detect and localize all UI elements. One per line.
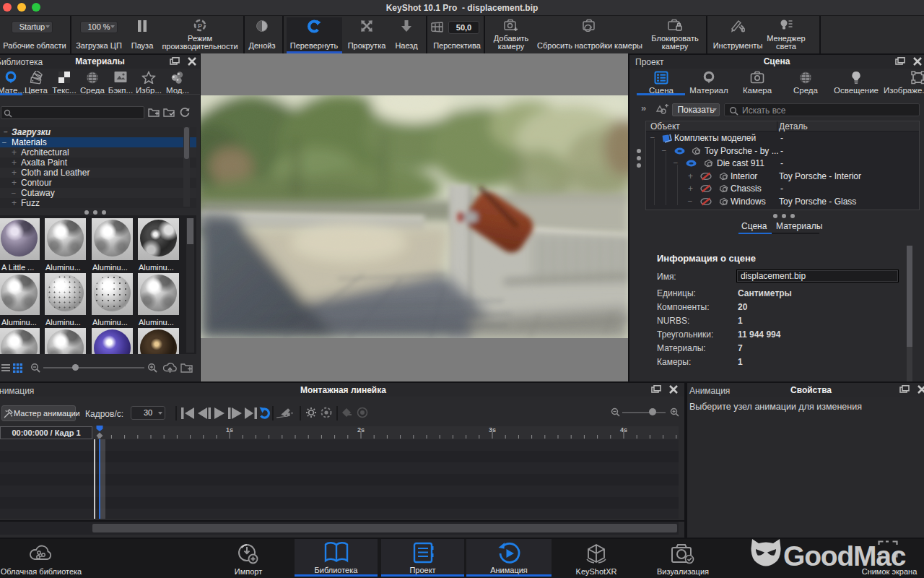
svg-text:3s: 3s — [489, 426, 496, 434]
svg-text:P: P — [198, 22, 202, 30]
svg-text:4s: 4s — [620, 426, 627, 434]
svg-text:1s: 1s — [226, 426, 233, 434]
svg-text:2s: 2s — [357, 426, 365, 434]
